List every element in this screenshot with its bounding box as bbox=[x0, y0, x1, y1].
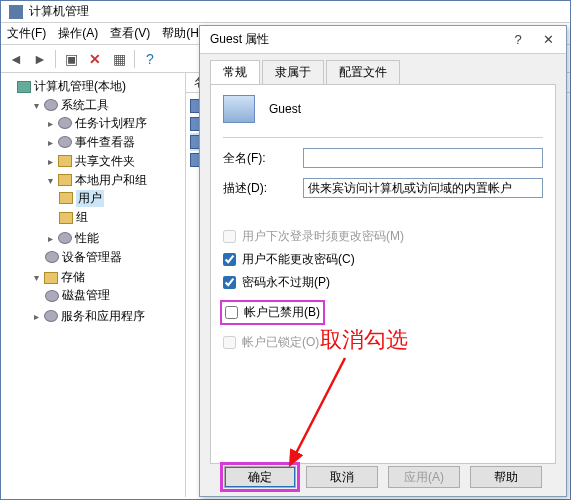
tree-root[interactable]: 计算机管理(本地) bbox=[17, 78, 126, 95]
cancel-button[interactable]: 取消 bbox=[306, 466, 378, 488]
properties-icon[interactable]: ▦ bbox=[110, 50, 128, 68]
tree-diskmgr[interactable]: 磁盘管理 bbox=[45, 287, 110, 304]
tree-pane: 计算机管理(本地) ▾系统工具 ▸任务计划程序 ▸事件查看器 ▸共享文件夹 ▾本… bbox=[1, 73, 186, 497]
checkbox-neverexpire[interactable]: 密码永不过期(P) bbox=[223, 274, 543, 291]
checkbox-account-disabled[interactable]: 帐户已禁用(B) bbox=[223, 303, 322, 322]
menu-action[interactable]: 操作(A) bbox=[58, 25, 98, 42]
tab-panel-general: Guest 全名(F): 描述(D): 用户下次登录时须更改密码(M) 用户不能… bbox=[210, 84, 556, 464]
tab-profile[interactable]: 配置文件 bbox=[326, 60, 400, 84]
checkbox-neverexpire-input[interactable] bbox=[223, 276, 236, 289]
expand-icon[interactable]: ▸ bbox=[45, 137, 55, 148]
user-name-label: Guest bbox=[269, 102, 301, 116]
checkbox-mustchange: 用户下次登录时须更改密码(M) bbox=[223, 228, 543, 245]
forward-icon[interactable]: ► bbox=[31, 50, 49, 68]
divider bbox=[223, 137, 543, 138]
separator bbox=[55, 50, 56, 68]
help-button[interactable]: 帮助 bbox=[470, 466, 542, 488]
fullname-input[interactable] bbox=[303, 148, 543, 168]
expand-icon[interactable]: ▸ bbox=[45, 156, 55, 167]
dialog-titlebar: Guest 属性 ? ✕ bbox=[200, 26, 566, 54]
expand-icon[interactable]: ▸ bbox=[31, 311, 41, 322]
tree-eventviewer[interactable]: ▸事件查看器 bbox=[45, 134, 135, 151]
tree-devmgr[interactable]: 设备管理器 bbox=[45, 249, 122, 266]
properties-dialog: Guest 属性 ? ✕ 常规 隶属于 配置文件 Guest 全名(F): 描述… bbox=[199, 25, 567, 497]
tab-strip: 常规 隶属于 配置文件 bbox=[200, 54, 566, 84]
description-input[interactable] bbox=[303, 178, 543, 198]
checkbox-mustchange-input bbox=[223, 230, 236, 243]
description-label: 描述(D): bbox=[223, 180, 303, 197]
tree-services[interactable]: ▸服务和应用程序 bbox=[31, 308, 145, 325]
separator bbox=[134, 50, 135, 68]
expand-icon[interactable]: ▸ bbox=[45, 233, 55, 244]
tree-groups[interactable]: 组 bbox=[59, 209, 88, 226]
mmc-title: 计算机管理 bbox=[29, 3, 89, 20]
menu-view[interactable]: 查看(V) bbox=[110, 25, 150, 42]
checkbox-account-disabled-input[interactable] bbox=[225, 306, 238, 319]
help-icon[interactable]: ? bbox=[141, 50, 159, 68]
apply-button[interactable]: 应用(A) bbox=[388, 466, 460, 488]
dialog-title: Guest 属性 bbox=[210, 31, 269, 48]
dialog-button-row: 确定 取消 应用(A) 帮助 bbox=[200, 466, 566, 488]
tab-memberof[interactable]: 隶属于 bbox=[262, 60, 324, 84]
fullname-label: 全名(F): bbox=[223, 150, 303, 167]
expand-icon[interactable]: ▸ bbox=[45, 118, 55, 129]
menu-file[interactable]: 文件(F) bbox=[7, 25, 46, 42]
tree-shares[interactable]: ▸共享文件夹 bbox=[45, 153, 135, 170]
tab-general[interactable]: 常规 bbox=[210, 60, 260, 84]
expand-icon[interactable]: ▾ bbox=[31, 100, 41, 111]
app-icon bbox=[9, 5, 23, 19]
user-large-icon bbox=[223, 95, 255, 123]
close-icon[interactable]: ✕ bbox=[534, 28, 562, 50]
tree-perf[interactable]: ▸性能 bbox=[45, 230, 99, 247]
help-button-icon[interactable]: ? bbox=[504, 28, 532, 50]
checkbox-cannotchange-input[interactable] bbox=[223, 253, 236, 266]
tree-users[interactable]: 用户 bbox=[59, 190, 104, 207]
tree-localusers[interactable]: ▾本地用户和组 bbox=[45, 172, 147, 189]
delete-icon[interactable]: ✕ bbox=[86, 50, 104, 68]
checkbox-locked-input bbox=[223, 336, 236, 349]
tree-scheduler[interactable]: ▸任务计划程序 bbox=[45, 115, 147, 132]
checkbox-locked: 帐户已锁定(O) bbox=[223, 334, 543, 351]
back-icon[interactable]: ◄ bbox=[7, 50, 25, 68]
tree-toggle-icon[interactable]: ▣ bbox=[62, 50, 80, 68]
expand-icon[interactable]: ▾ bbox=[31, 272, 41, 283]
checkbox-cannotchange[interactable]: 用户不能更改密码(C) bbox=[223, 251, 543, 268]
ok-button[interactable]: 确定 bbox=[224, 466, 296, 488]
mmc-titlebar: 计算机管理 bbox=[1, 1, 570, 23]
expand-icon[interactable]: ▾ bbox=[45, 175, 55, 186]
tree-storage[interactable]: ▾存储 bbox=[31, 269, 85, 286]
tree-systools[interactable]: ▾系统工具 bbox=[31, 97, 109, 114]
menu-help[interactable]: 帮助(H) bbox=[162, 25, 203, 42]
